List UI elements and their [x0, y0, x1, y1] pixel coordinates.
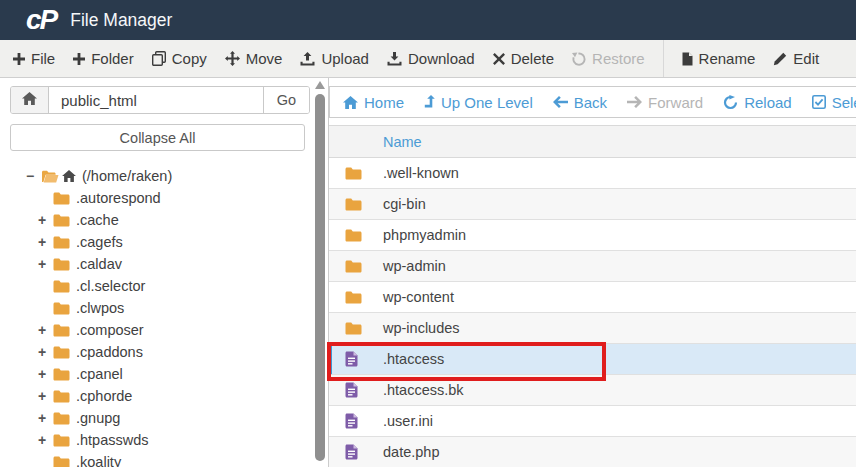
file-row[interactable]: .htaccess.bk [329, 375, 856, 406]
file-row[interactable]: wp-content [329, 282, 856, 313]
folder-icon [53, 192, 70, 205]
tree-item[interactable]: .clwpos [10, 297, 310, 319]
tree-item[interactable]: .autorespond [10, 187, 310, 209]
tree-item-label: .htpasswds [76, 433, 149, 448]
home-icon [22, 92, 37, 108]
tree-expander[interactable]: + [38, 388, 53, 404]
tree-item-label: .cl.selector [76, 279, 145, 294]
scrollbar-thumb[interactable] [315, 94, 325, 461]
toolbar-button-copy[interactable]: Copy [152, 50, 207, 67]
scrollbar-up-arrow[interactable] [315, 81, 325, 89]
tree-item[interactable]: + .composer [10, 319, 310, 341]
tree-expander[interactable]: + [38, 366, 53, 382]
column-header-name[interactable]: Name [329, 134, 422, 150]
folder-icon [53, 280, 70, 293]
file-icon [345, 413, 365, 429]
tree-expander[interactable]: + [38, 410, 53, 426]
download-icon [387, 52, 402, 66]
checkbox-icon [812, 95, 826, 109]
tree-item[interactable]: + .caldav [10, 253, 310, 275]
tree-sidebar: Go Collapse All − (/home/raken) .autores… [0, 78, 312, 467]
tree-item[interactable]: + .gnupg [10, 407, 310, 429]
tree-item[interactable]: + .cpanel [10, 363, 310, 385]
folder-icon [345, 198, 365, 211]
tree-expander[interactable]: − [26, 168, 41, 184]
tree-pane-scrollbar[interactable] [312, 78, 328, 467]
toolbar-button-label: Folder [91, 50, 134, 67]
toolbar-button-folder[interactable]: Folder [73, 50, 134, 67]
toolbar-button-upload[interactable]: Upload [300, 50, 369, 67]
toolbar-button-edit[interactable]: Edit [773, 50, 819, 67]
nav-link-select-all[interactable]: Select All [812, 94, 856, 111]
file-icon [345, 444, 365, 460]
file-row[interactable]: date.php [329, 437, 856, 467]
toolbar-separator [663, 40, 664, 77]
nav-link-reload[interactable]: Reload [723, 94, 792, 111]
collapse-all-button[interactable]: Collapse All [10, 124, 305, 151]
toolbar-button-rename[interactable]: Rename [682, 50, 756, 67]
folder-icon [53, 434, 70, 447]
go-button[interactable]: Go [263, 87, 309, 113]
file-name: .user.ini [383, 413, 433, 429]
tree-item-label: .cpaddons [76, 345, 143, 360]
toolbar-button-download[interactable]: Download [387, 50, 475, 67]
nav-link-up-one-level[interactable]: Up One Level [424, 94, 533, 111]
home-directory-button[interactable] [11, 87, 49, 113]
toolbar-button-file[interactable]: File [13, 50, 55, 67]
tree-expander[interactable]: + [38, 344, 53, 360]
tree-expander[interactable]: + [38, 432, 53, 448]
level-up-icon [424, 95, 435, 110]
tree-item-label: .cache [76, 213, 119, 228]
toolbar-button-move[interactable]: Move [225, 50, 283, 67]
file-name: cgi-bin [383, 196, 426, 212]
path-input[interactable] [49, 87, 263, 113]
nav-link-label: Back [574, 94, 607, 111]
file-row[interactable]: wp-admin [329, 251, 856, 282]
file-row[interactable]: wp-includes [329, 313, 856, 344]
nav-link-label: Up One Level [441, 94, 533, 111]
file-row[interactable]: phpmyadmin [329, 220, 856, 251]
tree-expander[interactable]: + [38, 234, 53, 250]
file-name: .htaccess [383, 351, 444, 367]
file-name: date.php [383, 444, 439, 460]
nav-link-back[interactable]: Back [553, 94, 607, 111]
file-row[interactable]: .htaccess [329, 344, 856, 375]
tree-item-label: (/home/raken) [82, 169, 172, 184]
tree-expander[interactable]: + [38, 256, 53, 272]
tree-item[interactable]: + .htpasswds [10, 429, 310, 451]
file-manager-window: cP File Manager File Folder Copy Move Up… [0, 0, 856, 467]
file-name: wp-admin [383, 258, 446, 274]
tree-item-label: .koality [76, 455, 121, 467]
toolbar-button-label: File [31, 50, 55, 67]
nav-link-label: Reload [744, 94, 792, 111]
folder-icon [53, 368, 70, 381]
file-icon [345, 351, 365, 367]
tree-expander[interactable]: + [38, 322, 53, 338]
plus-icon [73, 53, 85, 65]
file-row[interactable]: cgi-bin [329, 189, 856, 220]
tree-item[interactable]: + .cphorde [10, 385, 310, 407]
tree-item[interactable]: + .cpaddons [10, 341, 310, 363]
folder-icon [53, 258, 70, 271]
file-row[interactable]: .user.ini [329, 406, 856, 437]
tree-item-label: .gnupg [76, 411, 120, 426]
main-area: Go Collapse All − (/home/raken) .autores… [0, 78, 856, 467]
nav-link-label: Forward [648, 94, 703, 111]
file-table-header: Name [329, 125, 856, 158]
tree-item[interactable]: .cl.selector [10, 275, 310, 297]
folder-icon [53, 412, 70, 425]
file-rows: .well-known cgi-bin phpmyadmin wp-admin … [329, 158, 856, 467]
file-name: .well-known [383, 165, 459, 181]
tree-item[interactable]: + .cache [10, 209, 310, 231]
tree-expander[interactable]: + [38, 212, 53, 228]
tree-item[interactable]: .koality [10, 451, 310, 467]
toolbar-button-delete[interactable]: Delete [493, 50, 554, 67]
tree-item[interactable]: − (/home/raken) [10, 165, 310, 187]
file-row[interactable]: .well-known [329, 158, 856, 189]
app-header: cP File Manager [0, 0, 856, 40]
nav-link-home[interactable]: Home [343, 94, 404, 111]
pencil-icon [773, 52, 787, 66]
cpanel-logo: cP [26, 6, 60, 34]
tree-item-label: .cphorde [76, 389, 132, 404]
tree-item[interactable]: + .cagefs [10, 231, 310, 253]
